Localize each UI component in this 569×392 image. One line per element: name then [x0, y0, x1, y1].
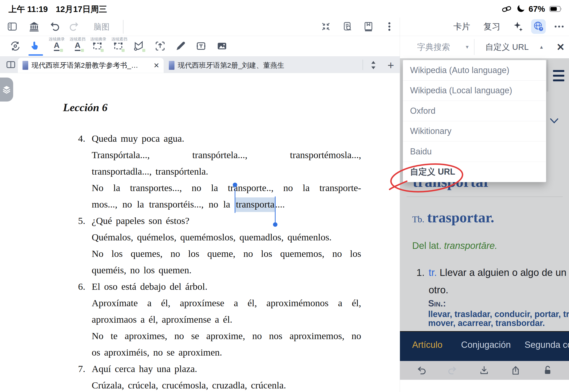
book-thumbnail-icon: [168, 61, 174, 70]
pdf-text-line: mos..., no la transportéis..., no la tra…: [78, 196, 361, 212]
custom-url-selector[interactable]: 自定义 URL: [485, 42, 529, 53]
lasso-tool-icon[interactable]: [133, 40, 145, 52]
research-panel: 卡片 复习 www ? 字典搜索 ▼ 自定义 URL ▲ ✕: [400, 18, 569, 392]
chevron-up-icon[interactable]: ▲: [539, 44, 544, 50]
pdf-text-line: transportadla..., transpórtenla.: [78, 163, 361, 180]
collapse-fullscreen-button[interactable]: [320, 20, 332, 33]
definition-line: otro.: [429, 284, 448, 296]
sense-number: 1.: [416, 267, 425, 278]
item-number: 6.: [78, 278, 92, 295]
synonym-links[interactable]: mover, acarrear, transbordar.: [428, 318, 545, 328]
item-number: 5.: [78, 212, 92, 229]
image-tool-icon[interactable]: [216, 40, 228, 52]
tab-sort-icon[interactable]: [367, 59, 380, 71]
pdf-text-line: Transpórtala..., transpórtela..., transp…: [78, 147, 361, 163]
dropdown-item[interactable]: Baidu: [403, 141, 546, 162]
headword-variant: trasportar.: [427, 209, 494, 226]
hamburger-menu-icon[interactable]: [553, 70, 564, 84]
text-mask-tool-icon[interactable]: A: [71, 40, 84, 52]
hand-select-tool-icon[interactable]: [29, 40, 42, 52]
dropdown-item[interactable]: 自定义 URL: [403, 162, 546, 182]
clock-date: 12月17日周三: [56, 4, 107, 15]
pdf-text-line: 7.Aquí cerca hay una plaza.: [78, 361, 361, 377]
add-tab-button[interactable]: +: [385, 58, 397, 72]
tab-document-inactive[interactable]: 现代西班牙语第2册_刘建、董燕生: [165, 58, 362, 73]
pencil-tool-icon[interactable]: [174, 40, 187, 52]
redo-button[interactable]: [68, 20, 80, 33]
collapse-chevron-icon[interactable]: [550, 118, 558, 124]
web-back-icon[interactable]: [416, 365, 427, 376]
tab-document-active[interactable]: 现代西班牙语第2册教学参考书_刘元... ✕: [18, 58, 164, 73]
lock-open-icon[interactable]: [542, 365, 553, 376]
review-button[interactable]: 复习: [484, 21, 500, 32]
export-share-tool-icon[interactable]: [154, 40, 167, 52]
tab-title: 现代西班牙语第2册教学参考书_刘元...: [31, 61, 142, 70]
dropdown-item[interactable]: Wikitionary: [403, 121, 546, 141]
book-thumbnail-icon: [22, 61, 28, 70]
dict-search-selector[interactable]: 字典搜索: [417, 42, 450, 53]
ai-sparkle-icon[interactable]: [512, 21, 523, 32]
synonyms-label: Sin.:: [428, 298, 446, 308]
undo-button[interactable]: [49, 20, 61, 33]
selection-handle-end[interactable]: [275, 196, 276, 223]
chevron-down-icon[interactable]: ▼: [465, 44, 469, 50]
synonym-links[interactable]: llevar, trasladar, conducir, portar, tra…: [428, 309, 569, 319]
tab-conjugacion[interactable]: Conjugación: [461, 340, 511, 350]
web-dictionary-icon[interactable]: www ?: [531, 19, 546, 34]
library-button[interactable]: [28, 20, 40, 33]
text-box-tool-icon[interactable]: [195, 40, 207, 52]
document-search-button[interactable]: [341, 20, 353, 33]
etymology: Del lat. transportāre.: [412, 240, 497, 251]
selected-word[interactable]: transporta: [235, 197, 275, 212]
cards-button[interactable]: 卡片: [453, 21, 470, 32]
pos-abbrev-link[interactable]: tr.: [429, 267, 437, 278]
battery-percent: 67%: [528, 4, 545, 14]
close-panel-icon[interactable]: ✕: [556, 41, 565, 53]
focus-moon-icon: [516, 5, 524, 13]
pdf-text-line: No los quemes, no los queme, no los quem…: [78, 245, 361, 262]
dropdown-item[interactable]: Wikipedia (Auto language): [403, 60, 546, 80]
battery-icon: [549, 5, 563, 13]
tab-articulo[interactable]: Artículo: [412, 340, 442, 350]
pdf-text-line: No la cruces..., no la cruce..., no la c…: [78, 390, 361, 392]
share-icon[interactable]: [510, 365, 521, 376]
status-bar: 上午 11:19 12月17日周三 67%: [0, 0, 569, 18]
layers-panel-button[interactable]: [0, 78, 13, 101]
entry-divider: [407, 196, 563, 197]
dropdown-item[interactable]: Oxford: [403, 101, 546, 121]
web-forward-icon[interactable]: [447, 365, 458, 376]
pdf-text-line: 6.El oso está debajo del árbol.: [78, 278, 361, 295]
item-number: 7.: [78, 361, 92, 377]
dropdown-item[interactable]: Wikipedia (Local language): [403, 80, 546, 101]
close-tab-icon[interactable]: ✕: [154, 61, 159, 70]
toolbar-divider: [123, 20, 123, 34]
pdf-text-line: aproximaos a él, aproxímense a él.: [78, 311, 361, 328]
item-number: 4.: [78, 130, 92, 147]
download-icon[interactable]: [479, 365, 490, 376]
dictionary-nav-bar: Artículo Conjugación Segunda conju: [400, 331, 569, 361]
selected-tool-indicator: [28, 54, 43, 56]
pdf-text: 4.Queda muy poca agua.Transpórtala..., t…: [78, 130, 361, 392]
scrollbar[interactable]: [547, 60, 548, 92]
dictionary-source-bar: 字典搜索 ▼ 自定义 URL ▲ ✕: [400, 36, 569, 58]
mindmap-button[interactable]: 脑图: [94, 22, 110, 32]
sidebar-toggle-button[interactable]: [6, 20, 18, 33]
svg-text:www: www: [535, 24, 541, 27]
tab-segunda-conjugacion[interactable]: Segunda conju: [525, 340, 569, 350]
rect-mask-tool-icon[interactable]: [112, 40, 125, 52]
rect-excerpt-tool-icon[interactable]: [91, 40, 104, 52]
bookmark-book-button[interactable]: [362, 20, 375, 33]
hotspot-icon: [502, 5, 512, 13]
webview-toolbar: [400, 361, 569, 380]
more-options-kebab-icon[interactable]: [383, 20, 396, 33]
pdf-text-line: 5.¿Qué papeles son éstos?: [78, 212, 361, 229]
auto-excerpt-tool-icon[interactable]: [9, 40, 22, 52]
pdf-text-line: Quémalos, quémelos, quemémoslos, quemadl…: [78, 229, 361, 245]
text-excerpt-tool-icon[interactable]: A: [50, 40, 63, 52]
pdf-text-line: queméis, no los quemen.: [78, 262, 361, 278]
panel-more-kebab-icon[interactable]: [554, 25, 565, 28]
split-view-icon[interactable]: [5, 58, 17, 71]
selection-handle-start[interactable]: [235, 187, 235, 213]
subheader-divider: [474, 39, 474, 55]
definition-line: tr. Llevar a alguien o algo de un lugar …: [429, 267, 569, 278]
